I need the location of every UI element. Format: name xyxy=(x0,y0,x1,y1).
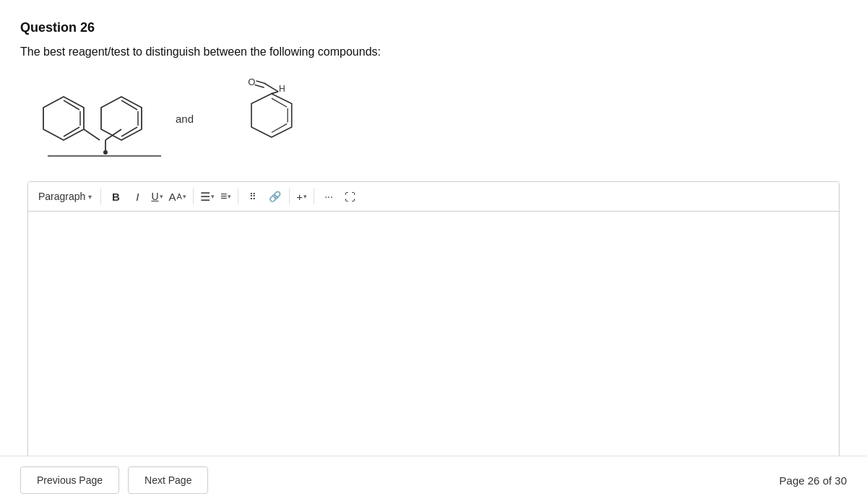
svg-point-12 xyxy=(103,150,108,155)
fullscreen-button[interactable]: ⛶ xyxy=(340,186,361,207)
editor-toolbar: Paragraph ▾ B I U ▾ A A ▾ xyxy=(28,182,839,212)
svg-line-22 xyxy=(272,92,278,94)
align-icon: ☰ xyxy=(200,190,210,204)
underline-arrow-icon: ▾ xyxy=(160,193,163,200)
align-arrow-icon: ▾ xyxy=(211,193,215,200)
bottom-navigation: Previous Page Next Page Page 26 of 30 xyxy=(0,456,867,504)
compound-2-image: O H xyxy=(208,71,342,165)
svg-marker-0 xyxy=(43,97,84,140)
svg-line-5 xyxy=(121,100,137,110)
svg-line-13 xyxy=(265,84,279,92)
toolbar-separator-1 xyxy=(100,188,101,204)
and-label: and xyxy=(176,113,194,125)
list-button[interactable]: ≡ ▾ xyxy=(218,188,233,204)
insert-button[interactable]: + ▾ xyxy=(294,189,309,204)
editor-wrapper: Paragraph ▾ B I U ▾ A A ▾ xyxy=(27,181,840,479)
paragraph-chevron-icon: ▾ xyxy=(88,193,92,201)
special-chars-button[interactable]: ⠿ xyxy=(243,186,263,207)
link-button[interactable]: 🔗 xyxy=(264,186,285,207)
page-container: Question 26 The best reagent/test to dis… xyxy=(0,0,867,504)
svg-line-1 xyxy=(64,100,79,110)
font-size-label: A xyxy=(169,191,176,203)
previous-page-button[interactable]: Previous Page xyxy=(20,466,119,494)
toolbar-separator-3 xyxy=(238,188,238,204)
compound-1-image xyxy=(27,71,161,165)
paragraph-style-select[interactable]: Paragraph ▾ xyxy=(34,189,96,204)
compounds-row: and O H xyxy=(20,71,847,165)
svg-line-15 xyxy=(255,85,264,88)
page-indicator: Page 26 of 30 xyxy=(780,474,847,487)
toolbar-separator-4 xyxy=(289,188,290,204)
editor-content-area[interactable] xyxy=(28,212,839,464)
underline-label: U xyxy=(151,191,158,202)
insert-arrow-icon: ▾ xyxy=(303,193,307,200)
svg-marker-18 xyxy=(251,94,292,137)
svg-line-14 xyxy=(256,81,266,84)
svg-line-7 xyxy=(121,127,137,136)
bold-button[interactable]: B xyxy=(105,186,126,207)
svg-marker-4 xyxy=(101,97,142,140)
fullscreen-icon: ⛶ xyxy=(345,191,355,203)
more-options-button[interactable]: ··· xyxy=(319,186,339,207)
question-title: Question 26 xyxy=(20,20,847,35)
special-chars-icon: ⠿ xyxy=(249,191,256,202)
svg-text:H: H xyxy=(279,84,285,94)
toolbar-separator-2 xyxy=(193,188,194,204)
next-page-button[interactable]: Next Page xyxy=(128,466,208,494)
link-icon: 🔗 xyxy=(269,191,281,202)
svg-text:O: O xyxy=(248,77,255,87)
toolbar-separator-5 xyxy=(314,188,314,204)
list-arrow-icon: ▾ xyxy=(228,193,231,200)
question-body: The best reagent/test to distinguish bet… xyxy=(20,45,847,58)
paragraph-style-label: Paragraph xyxy=(38,191,85,202)
insert-plus-icon: + xyxy=(296,191,303,203)
font-size-arrow-icon: ▾ xyxy=(183,193,186,200)
svg-line-3 xyxy=(64,127,79,136)
more-options-icon: ··· xyxy=(324,191,333,202)
align-button[interactable]: ☰ ▾ xyxy=(198,188,217,205)
svg-line-8 xyxy=(84,129,100,140)
font-size-button[interactable]: A A ▾ xyxy=(167,189,189,204)
font-size-sub: A xyxy=(177,192,182,201)
italic-button[interactable]: I xyxy=(127,186,147,207)
underline-button[interactable]: U ▾ xyxy=(149,189,165,204)
list-icon: ≡ xyxy=(220,190,227,203)
